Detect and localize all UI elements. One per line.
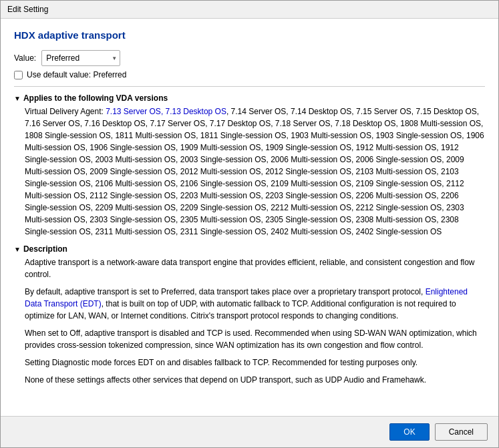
description-section: ▼ Description Adaptive transport is a ne… [14, 244, 485, 386]
applies-arrow: ▼ [14, 95, 21, 102]
description-body: Adaptive transport is a network-aware da… [14, 256, 485, 386]
desc-para-5: None of these settings affects other ser… [25, 374, 485, 386]
value-label: Value: [14, 53, 36, 63]
divider [14, 86, 485, 87]
page-title: HDX adaptive transport [14, 29, 485, 41]
value-select-wrapper: Preferred Off Diagnostic mode [41, 50, 120, 66]
ok-button[interactable]: OK [389, 423, 429, 441]
default-value-row: Use default value: Preferred [14, 70, 485, 79]
value-select[interactable]: Preferred Off Diagnostic mode [41, 50, 120, 66]
default-value-checkbox[interactable] [14, 71, 23, 79]
description-header[interactable]: ▼ Description [14, 244, 485, 254]
dialog-content: HDX adaptive transport Value: Preferred … [1, 19, 498, 416]
desc-para-4: Setting Diagnostic mode forces EDT on an… [25, 357, 485, 369]
applies-text: Virtual Delivery Agent: 7.13 Server OS, … [25, 107, 484, 236]
default-value-label: Use default value: Preferred [27, 70, 126, 79]
applies-body: Virtual Delivery Agent: 7.13 Server OS, … [14, 105, 485, 238]
applies-title: Applies to the following VDA versions [23, 93, 168, 103]
description-title: Description [23, 244, 67, 254]
value-row: Value: Preferred Off Diagnostic mode [14, 50, 485, 66]
title-bar: Edit Setting [1, 1, 498, 19]
edit-setting-dialog: Edit Setting HDX adaptive transport Valu… [0, 0, 499, 448]
cancel-button[interactable]: Cancel [435, 423, 488, 441]
desc-para-1: Adaptive transport is a network-aware da… [25, 256, 485, 280]
description-arrow: ▼ [14, 246, 21, 253]
applies-header[interactable]: ▼ Applies to the following VDA versions [14, 93, 485, 103]
desc-para-2: By default, adaptive transport is set to… [25, 286, 485, 322]
applies-section: ▼ Applies to the following VDA versions … [14, 93, 485, 238]
title-bar-label: Edit Setting [7, 5, 48, 14]
dialog-footer: OK Cancel [1, 416, 498, 447]
desc-para-3: When set to Off, adaptive transport is d… [25, 327, 485, 351]
